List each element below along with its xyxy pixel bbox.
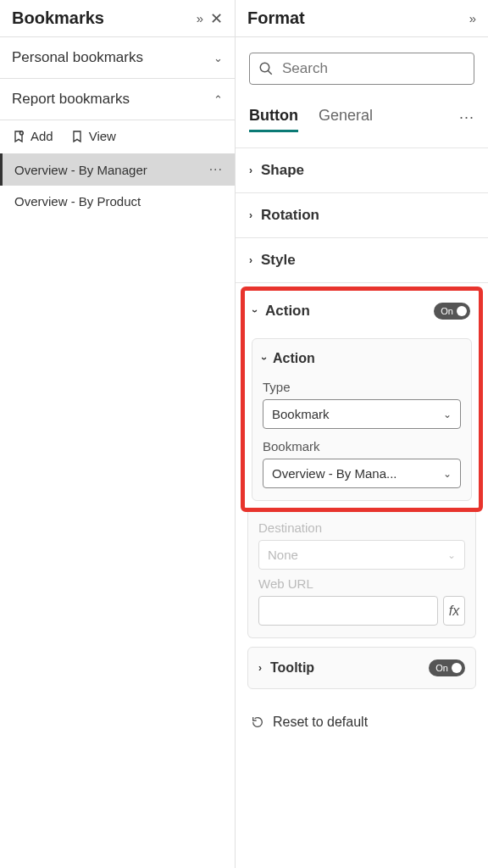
- bookmark-select[interactable]: Overview - By Mana... ⌄: [263, 459, 461, 488]
- report-bookmarks-header[interactable]: Report bookmarks ⌃: [0, 79, 235, 120]
- action-card: › Action Type Bookmark ⌄ Bookmark Overvi…: [252, 338, 472, 501]
- rotation-label: Rotation: [261, 207, 474, 224]
- action-card-label: Action: [273, 351, 315, 366]
- view-bookmark-button[interactable]: View: [70, 129, 116, 143]
- collapse-chevrons-icon[interactable]: »: [469, 11, 476, 25]
- style-label: Style: [261, 252, 474, 269]
- collapse-chevrons-icon[interactable]: »: [197, 11, 203, 25]
- chevron-right-icon: ›: [249, 164, 252, 176]
- weburl-input[interactable]: [258, 596, 438, 626]
- bookmark-list: Overview - By Manager ··· Overview - By …: [0, 153, 235, 217]
- format-header: Format »: [236, 0, 488, 37]
- personal-bookmarks-header[interactable]: Personal bookmarks ⌄: [0, 36, 235, 79]
- bookmark-item[interactable]: Overview - By Product: [0, 186, 235, 217]
- search-input[interactable]: [282, 60, 465, 77]
- tab-general[interactable]: General: [319, 102, 373, 132]
- destination-value: None: [268, 548, 447, 562]
- bookmarks-title: Bookmarks: [12, 8, 197, 28]
- toggle-text: On: [441, 306, 453, 316]
- reset-label: Reset to default: [273, 715, 368, 730]
- search-container: [236, 37, 488, 92]
- chevron-up-icon: ⌃: [214, 93, 223, 106]
- destination-select: None ⌄: [258, 540, 465, 570]
- destination-label: Destination: [258, 520, 465, 535]
- bookmark-add-icon: [12, 130, 25, 143]
- format-tabs: Button General ···: [236, 92, 488, 132]
- style-row[interactable]: › Style: [236, 238, 488, 283]
- type-value: Bookmark: [272, 407, 443, 421]
- report-bookmarks-label: Report bookmarks: [12, 91, 214, 108]
- weburl-field: Web URL fx: [258, 573, 465, 626]
- search-box[interactable]: [249, 53, 474, 85]
- type-select[interactable]: Bookmark ⌄: [263, 399, 461, 429]
- fx-button[interactable]: fx: [443, 596, 465, 626]
- chevron-right-icon: ›: [249, 209, 252, 221]
- add-bookmark-button[interactable]: Add: [12, 129, 53, 143]
- reset-button[interactable]: Reset to default: [236, 701, 488, 743]
- shape-label: Shape: [261, 162, 474, 179]
- format-panel: Format » Button General ··· › Shape › Ro…: [236, 0, 488, 868]
- toggle-knob-icon: [452, 663, 462, 673]
- bookmark-item[interactable]: Overview - By Manager ···: [0, 153, 235, 186]
- chevron-down-icon: ›: [258, 357, 270, 360]
- add-label: Add: [30, 129, 53, 143]
- bookmarks-toolbar: Add View: [0, 120, 235, 153]
- chevron-down-icon: ⌄: [443, 468, 452, 480]
- close-icon[interactable]: ✕: [210, 9, 223, 28]
- bookmark-value: Overview - By Mana...: [272, 466, 443, 481]
- toggle-text: On: [435, 663, 448, 673]
- weburl-label: Web URL: [258, 576, 465, 591]
- bookmarks-panel: Bookmarks » ✕ Personal bookmarks ⌄ Repor…: [0, 0, 236, 868]
- svg-point-3: [260, 63, 269, 72]
- action-extra: Destination None ⌄ Web URL fx: [247, 512, 476, 638]
- reset-icon: [251, 715, 264, 729]
- format-title: Format: [247, 8, 469, 28]
- shape-row[interactable]: › Shape: [236, 147, 488, 193]
- chevron-down-icon: ⌄: [214, 52, 223, 64]
- action-label: Action: [265, 303, 434, 320]
- bookmarks-header: Bookmarks » ✕: [0, 0, 235, 36]
- personal-bookmarks-label: Personal bookmarks: [12, 49, 214, 66]
- toggle-knob-icon: [457, 306, 467, 316]
- chevron-down-icon: ›: [249, 309, 261, 313]
- action-toggle[interactable]: On: [434, 303, 470, 320]
- tooltip-row[interactable]: › Tooltip On: [247, 647, 476, 689]
- tooltip-label: Tooltip: [270, 660, 429, 676]
- bookmark-view-icon: [70, 130, 84, 143]
- destination-field: Destination None ⌄: [258, 517, 465, 573]
- chevron-down-icon: ⌄: [447, 549, 456, 561]
- tab-button[interactable]: Button: [249, 102, 298, 132]
- bookmark-field: Bookmark Overview - By Mana... ⌄: [252, 434, 471, 500]
- tooltip-toggle[interactable]: On: [429, 659, 465, 676]
- chevron-right-icon: ›: [249, 254, 252, 266]
- svg-line-4: [268, 70, 272, 75]
- search-icon: [258, 61, 274, 76]
- view-label: View: [89, 129, 116, 143]
- bookmark-item-label: Overview - By Product: [14, 194, 141, 209]
- type-field: Type Bookmark ⌄: [252, 375, 471, 434]
- chevron-right-icon: ›: [258, 662, 262, 674]
- more-icon[interactable]: ···: [209, 162, 223, 177]
- chevron-down-icon: ⌄: [443, 409, 452, 420]
- tabs-more-icon[interactable]: ···: [459, 108, 474, 126]
- action-row[interactable]: › Action On: [245, 291, 479, 331]
- rotation-row[interactable]: › Rotation: [236, 193, 488, 238]
- action-card-header[interactable]: › Action: [252, 339, 471, 375]
- bookmark-label: Bookmark: [263, 439, 461, 453]
- type-label: Type: [263, 380, 461, 394]
- bookmark-item-label: Overview - By Manager: [14, 163, 147, 177]
- action-highlight: › Action On › Action Type Bookmark ⌄ Boo…: [241, 287, 483, 512]
